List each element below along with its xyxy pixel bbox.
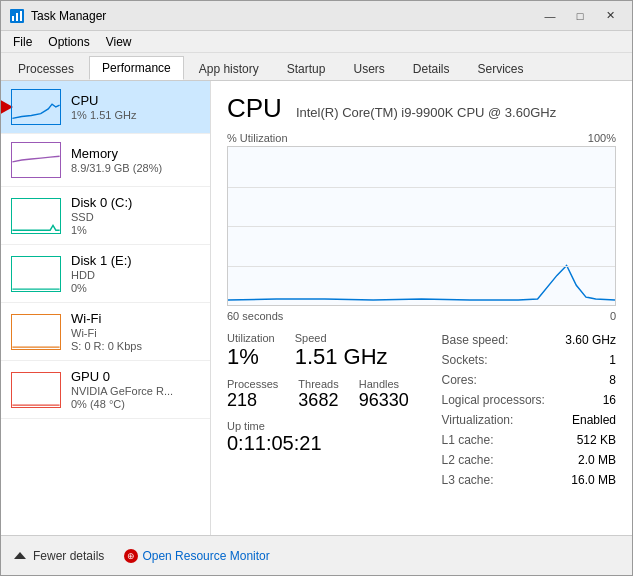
sockets-row: Sockets: 1 bbox=[442, 352, 617, 368]
tab-apphistory[interactable]: App history bbox=[186, 57, 272, 80]
sidebar-item-disk0[interactable]: Disk 0 (C:) SSD 1% bbox=[1, 187, 210, 245]
close-button[interactable]: ✕ bbox=[596, 6, 624, 26]
l2-row: L2 cache: 2.0 MB bbox=[442, 452, 617, 468]
cpu-model: Intel(R) Core(TM) i9-9900K CPU @ 3.60GHz bbox=[296, 105, 556, 120]
uptime-label: Up time bbox=[227, 420, 422, 432]
uptime-value: 0:11:05:21 bbox=[227, 432, 422, 455]
sidebar: CPU 1% 1.51 GHz Memory 8.9/31.9 GB (28%) bbox=[1, 81, 211, 535]
logical-row: Logical processors: 16 bbox=[442, 392, 617, 408]
l3-label: L3 cache: bbox=[442, 473, 494, 487]
speed-label: Speed bbox=[295, 332, 388, 344]
cpu-title: CPU bbox=[227, 93, 282, 124]
menu-options[interactable]: Options bbox=[40, 33, 97, 51]
utilization-value: 1% bbox=[227, 344, 275, 370]
threads-label: Threads bbox=[298, 378, 338, 390]
gpu0-model: NVIDIA GeForce R... bbox=[71, 385, 173, 397]
base-speed-label: Base speed: bbox=[442, 333, 509, 347]
sidebar-item-cpu[interactable]: CPU 1% 1.51 GHz bbox=[1, 81, 210, 134]
cpu-thumbnail bbox=[11, 89, 61, 125]
title-bar: Task Manager — □ ✕ bbox=[1, 1, 632, 31]
disk1-label: Disk 1 (E:) bbox=[71, 253, 132, 268]
handles-stat: Handles 96330 bbox=[359, 378, 409, 412]
cpu-usage: 1% 1.51 GHz bbox=[71, 109, 136, 121]
threads-value: 3682 bbox=[298, 390, 338, 412]
tab-processes[interactable]: Processes bbox=[5, 57, 87, 80]
sidebar-item-memory[interactable]: Memory 8.9/31.9 GB (28%) bbox=[1, 134, 210, 187]
virt-label: Virtualization: bbox=[442, 413, 514, 427]
virt-value: Enabled bbox=[572, 413, 616, 427]
main-content: CPU 1% 1.51 GHz Memory 8.9/31.9 GB (28%) bbox=[1, 81, 632, 535]
disk1-usage: 0% bbox=[71, 282, 132, 294]
chart-time-labels: 60 seconds 0 bbox=[227, 310, 616, 322]
gpu0-usage: 0% (48 °C) bbox=[71, 398, 173, 410]
sidebar-item-gpu0[interactable]: GPU 0 NVIDIA GeForce R... 0% (48 °C) bbox=[1, 361, 210, 419]
utilization-speed-row: Utilization 1% Speed 1.51 GHz bbox=[227, 332, 422, 370]
disk1-info: Disk 1 (E:) HDD 0% bbox=[71, 253, 132, 294]
task-manager-window: Task Manager — □ ✕ File Options View Pro… bbox=[0, 0, 633, 576]
handles-label: Handles bbox=[359, 378, 409, 390]
tab-details[interactable]: Details bbox=[400, 57, 463, 80]
uptime-stat: Up time 0:11:05:21 bbox=[227, 420, 422, 455]
l1-label: L1 cache: bbox=[442, 433, 494, 447]
resource-monitor-link[interactable]: ⊕ Open Resource Monitor bbox=[124, 549, 269, 563]
wifi-info: Wi-Fi Wi-Fi S: 0 R: 0 Kbps bbox=[71, 311, 142, 352]
disk0-type: SSD bbox=[71, 211, 132, 223]
grid-line-75 bbox=[228, 187, 615, 188]
cores-value: 8 bbox=[609, 373, 616, 387]
tab-users[interactable]: Users bbox=[340, 57, 397, 80]
memory-info: Memory 8.9/31.9 GB (28%) bbox=[71, 146, 162, 174]
chart-y-max: 100% bbox=[588, 132, 616, 144]
speed-value: 1.51 GHz bbox=[295, 344, 388, 370]
wifi-thumbnail bbox=[11, 314, 61, 350]
processes-value: 218 bbox=[227, 390, 278, 412]
sidebar-item-wifi[interactable]: Wi-Fi Wi-Fi S: 0 R: 0 Kbps bbox=[1, 303, 210, 361]
processes-label: Processes bbox=[227, 378, 278, 390]
cores-label: Cores: bbox=[442, 373, 477, 387]
l1-value: 512 KB bbox=[577, 433, 616, 447]
title-text: Task Manager bbox=[31, 9, 106, 23]
disk1-thumbnail bbox=[11, 256, 61, 292]
cores-row: Cores: 8 bbox=[442, 372, 617, 388]
stats-left: Utilization 1% Speed 1.51 GHz Processes … bbox=[227, 332, 422, 488]
sockets-value: 1 bbox=[609, 353, 616, 367]
virt-row: Virtualization: Enabled bbox=[442, 412, 617, 428]
menu-view[interactable]: View bbox=[98, 33, 140, 51]
gpu0-info: GPU 0 NVIDIA GeForce R... 0% (48 °C) bbox=[71, 369, 173, 410]
stats-right: Base speed: 3.60 GHz Sockets: 1 Cores: 8… bbox=[422, 332, 617, 488]
memory-label: Memory bbox=[71, 146, 162, 161]
chart-x-label: 60 seconds bbox=[227, 310, 283, 322]
minimize-button[interactable]: — bbox=[536, 6, 564, 26]
menu-file[interactable]: File bbox=[5, 33, 40, 51]
chart-y-label: % Utilization bbox=[227, 132, 288, 144]
taskmanager-icon bbox=[9, 8, 25, 24]
disk0-label: Disk 0 (C:) bbox=[71, 195, 132, 210]
tabs-bar: Processes Performance App history Startu… bbox=[1, 53, 632, 81]
cpu-chart-area bbox=[227, 146, 616, 306]
fewer-details-button[interactable]: Fewer details bbox=[13, 549, 104, 563]
title-controls: — □ ✕ bbox=[536, 6, 624, 26]
disk0-info: Disk 0 (C:) SSD 1% bbox=[71, 195, 132, 236]
disk0-thumbnail bbox=[11, 198, 61, 234]
l3-value: 16.0 MB bbox=[571, 473, 616, 487]
cpu-label: CPU bbox=[71, 93, 136, 108]
disk1-type: HDD bbox=[71, 269, 132, 281]
wifi-label: Wi-Fi bbox=[71, 311, 142, 326]
utilization-label: Utilization bbox=[227, 332, 275, 344]
base-speed-value: 3.60 GHz bbox=[565, 333, 616, 347]
maximize-button[interactable]: □ bbox=[566, 6, 594, 26]
threads-stat: Threads 3682 bbox=[298, 378, 338, 412]
stats-grid: Utilization 1% Speed 1.51 GHz Processes … bbox=[227, 332, 616, 488]
l2-value: 2.0 MB bbox=[578, 453, 616, 467]
svg-rect-1 bbox=[12, 16, 14, 21]
menu-bar: File Options View bbox=[1, 31, 632, 53]
tab-performance[interactable]: Performance bbox=[89, 56, 184, 80]
cpu-header: CPU Intel(R) Core(TM) i9-9900K CPU @ 3.6… bbox=[227, 93, 616, 124]
tab-services[interactable]: Services bbox=[465, 57, 537, 80]
footer: Fewer details ⊕ Open Resource Monitor bbox=[1, 535, 632, 575]
tab-startup[interactable]: Startup bbox=[274, 57, 339, 80]
sockets-label: Sockets: bbox=[442, 353, 488, 367]
wifi-type: Wi-Fi bbox=[71, 327, 142, 339]
grid-line-25 bbox=[228, 266, 615, 267]
sidebar-item-disk1[interactable]: Disk 1 (E:) HDD 0% bbox=[1, 245, 210, 303]
fewer-details-label: Fewer details bbox=[33, 549, 104, 563]
